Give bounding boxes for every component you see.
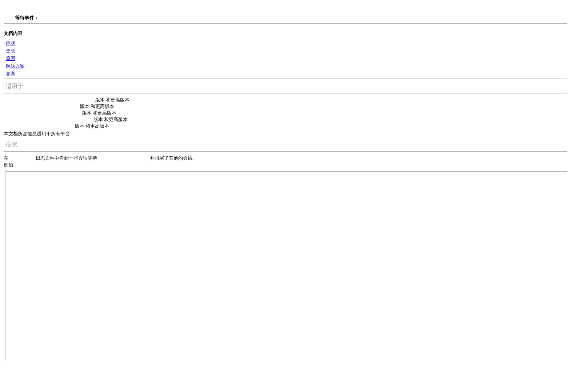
doc-content-heading: 文档内容 [4,30,567,37]
applies-to-item: 版本 和更高版本 [4,97,567,103]
divider [4,23,567,24]
toc-changes[interactable]: 更改 [6,48,15,53]
toc-cause[interactable]: 原因 [6,56,15,61]
toc-symptom[interactable]: 症状 [6,41,15,46]
divider [4,93,567,93]
applies-to-item: 版本 和更高版本 [4,110,567,116]
applies-to-heading: 适用于 [6,83,567,90]
example-label: 例如 [4,162,567,168]
applies-to-item: 版本 和更高版本 [4,117,567,123]
toc-solution[interactable]: 解决方案 [6,64,25,69]
platform-note: 本文档所含信息适用于所有平台 [4,131,567,137]
symptom-heading: 症状 [6,141,567,148]
applies-to-item: 版本 和更高版本 [4,123,567,129]
code-block [5,171,567,361]
divider [4,151,567,152]
applies-to-list: 版本 和更高版本 版本 和更高版本 版本 和更高版本 版本 和更高版本 版本 和… [4,97,567,129]
toc-list: 症状 更改 原因 解决方案 参考 [4,40,567,77]
toc-reference[interactable]: 参考 [6,71,15,76]
divider [4,79,567,79]
symptom-text: 在日志文件中看到一些会话等待并阻塞了其他的会话。 [4,155,567,161]
applies-to-item: 版本 和更高版本 [4,104,567,110]
page-title: 等待事件： [4,15,567,21]
